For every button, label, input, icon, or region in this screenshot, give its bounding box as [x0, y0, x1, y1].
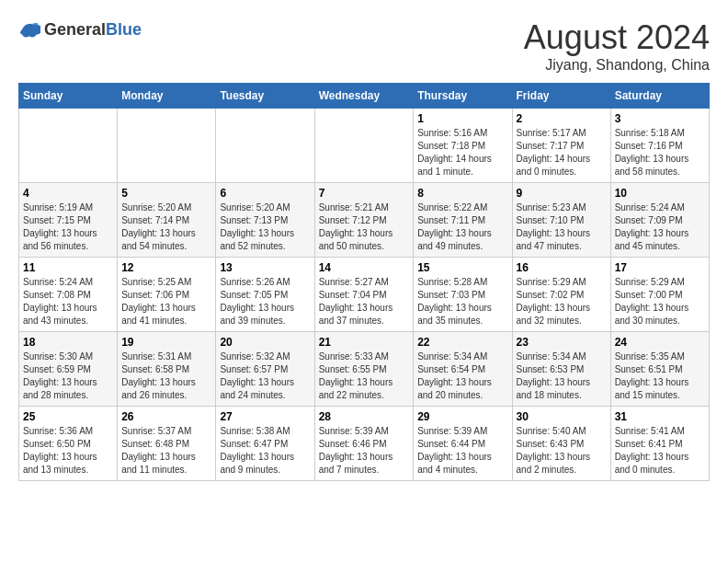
calendar-table: SundayMondayTuesdayWednesdayThursdayFrid… — [18, 83, 710, 481]
calendar-cell: 24Sunrise: 5:35 AMSunset: 6:51 PMDayligh… — [610, 332, 709, 407]
day-info: Sunrise: 5:28 AMSunset: 7:03 PMDaylight:… — [417, 276, 507, 327]
day-number: 7 — [319, 187, 410, 200]
calendar-cell: 28Sunrise: 5:39 AMSunset: 6:46 PMDayligh… — [314, 407, 414, 481]
calendar-cell: 15Sunrise: 5:28 AMSunset: 7:03 PMDayligh… — [414, 258, 512, 332]
calendar-cell: 1Sunrise: 5:16 AMSunset: 7:18 PMDaylight… — [414, 109, 512, 183]
day-number: 24 — [615, 336, 705, 349]
day-info: Sunrise: 5:24 AMSunset: 7:08 PMDaylight:… — [23, 276, 113, 327]
weekday-header-row: SundayMondayTuesdayWednesdayThursdayFrid… — [19, 84, 710, 109]
day-info: Sunrise: 5:29 AMSunset: 7:02 PMDaylight:… — [517, 276, 607, 327]
day-number: 21 — [319, 336, 410, 349]
calendar-cell: 26Sunrise: 5:37 AMSunset: 6:48 PMDayligh… — [118, 407, 216, 481]
day-info: Sunrise: 5:20 AMSunset: 7:13 PMDaylight:… — [220, 201, 310, 253]
calendar-cell — [19, 109, 118, 183]
week-row-1: 4Sunrise: 5:19 AMSunset: 7:15 PMDaylight… — [19, 183, 710, 258]
day-number: 20 — [220, 336, 310, 349]
day-number: 12 — [121, 261, 211, 274]
calendar-cell: 9Sunrise: 5:23 AMSunset: 7:10 PMDaylight… — [512, 183, 610, 258]
weekday-header-friday: Friday — [512, 84, 610, 109]
calendar-cell — [314, 109, 414, 183]
day-info: Sunrise: 5:34 AMSunset: 6:54 PMDaylight:… — [417, 350, 507, 402]
day-number: 4 — [23, 187, 113, 200]
day-info: Sunrise: 5:19 AMSunset: 7:15 PMDaylight:… — [23, 201, 113, 253]
day-info: Sunrise: 5:34 AMSunset: 6:53 PMDaylight:… — [517, 350, 607, 402]
day-number: 2 — [517, 112, 607, 125]
calendar-cell: 11Sunrise: 5:24 AMSunset: 7:08 PMDayligh… — [19, 258, 118, 332]
calendar-cell: 21Sunrise: 5:33 AMSunset: 6:55 PMDayligh… — [314, 332, 414, 407]
calendar-cell: 4Sunrise: 5:19 AMSunset: 7:15 PMDaylight… — [19, 183, 118, 258]
day-info: Sunrise: 5:25 AMSunset: 7:06 PMDaylight:… — [121, 276, 211, 327]
day-info: Sunrise: 5:29 AMSunset: 7:00 PMDaylight:… — [615, 276, 705, 327]
weekday-header-sunday: Sunday — [19, 84, 118, 109]
day-number: 23 — [517, 336, 607, 349]
weekday-header-wednesday: Wednesday — [314, 84, 414, 109]
week-row-3: 18Sunrise: 5:30 AMSunset: 6:59 PMDayligh… — [19, 332, 710, 407]
weekday-header-saturday: Saturday — [610, 84, 709, 109]
day-info: Sunrise: 5:26 AMSunset: 7:05 PMDaylight:… — [220, 276, 310, 327]
day-info: Sunrise: 5:23 AMSunset: 7:10 PMDaylight:… — [517, 201, 607, 253]
day-info: Sunrise: 5:36 AMSunset: 6:50 PMDaylight:… — [23, 425, 113, 477]
day-number: 16 — [517, 261, 607, 274]
day-info: Sunrise: 5:40 AMSunset: 6:43 PMDaylight:… — [517, 425, 607, 477]
weekday-header-tuesday: Tuesday — [216, 84, 314, 109]
logo: GeneralBlue — [18, 18, 142, 40]
calendar-cell: 8Sunrise: 5:22 AMSunset: 7:11 PMDaylight… — [414, 183, 512, 258]
calendar-cell: 6Sunrise: 5:20 AMSunset: 7:13 PMDaylight… — [216, 183, 314, 258]
day-info: Sunrise: 5:39 AMSunset: 6:46 PMDaylight:… — [319, 425, 410, 477]
calendar-cell: 22Sunrise: 5:34 AMSunset: 6:54 PMDayligh… — [414, 332, 512, 407]
calendar-cell: 19Sunrise: 5:31 AMSunset: 6:58 PMDayligh… — [118, 332, 216, 407]
calendar-cell: 16Sunrise: 5:29 AMSunset: 7:02 PMDayligh… — [512, 258, 610, 332]
day-number: 13 — [220, 261, 310, 274]
calendar-cell: 20Sunrise: 5:32 AMSunset: 6:57 PMDayligh… — [216, 332, 314, 407]
calendar-cell: 23Sunrise: 5:34 AMSunset: 6:53 PMDayligh… — [512, 332, 610, 407]
day-number: 1 — [417, 112, 507, 125]
day-number: 5 — [121, 187, 211, 200]
week-row-2: 11Sunrise: 5:24 AMSunset: 7:08 PMDayligh… — [19, 258, 710, 332]
calendar-cell: 13Sunrise: 5:26 AMSunset: 7:05 PMDayligh… — [216, 258, 314, 332]
weekday-header-monday: Monday — [118, 84, 216, 109]
day-number: 29 — [417, 410, 507, 423]
day-info: Sunrise: 5:30 AMSunset: 6:59 PMDaylight:… — [23, 350, 113, 402]
day-number: 28 — [319, 410, 410, 423]
day-number: 17 — [615, 261, 705, 274]
day-info: Sunrise: 5:41 AMSunset: 6:41 PMDaylight:… — [615, 425, 705, 477]
day-number: 30 — [517, 410, 607, 423]
day-info: Sunrise: 5:35 AMSunset: 6:51 PMDaylight:… — [615, 350, 705, 402]
calendar-cell: 27Sunrise: 5:38 AMSunset: 6:47 PMDayligh… — [216, 407, 314, 481]
title-area: August 2024 Jiyang, Shandong, China — [524, 18, 710, 74]
day-number: 25 — [23, 410, 113, 423]
day-info: Sunrise: 5:39 AMSunset: 6:44 PMDaylight:… — [417, 425, 507, 477]
page-header: GeneralBlue August 2024 Jiyang, Shandong… — [18, 18, 710, 74]
calendar-cell — [216, 109, 314, 183]
calendar-cell: 25Sunrise: 5:36 AMSunset: 6:50 PMDayligh… — [19, 407, 118, 481]
day-info: Sunrise: 5:27 AMSunset: 7:04 PMDaylight:… — [319, 276, 410, 327]
day-info: Sunrise: 5:31 AMSunset: 6:58 PMDaylight:… — [121, 350, 211, 402]
day-info: Sunrise: 5:24 AMSunset: 7:09 PMDaylight:… — [615, 201, 705, 253]
day-number: 8 — [417, 187, 507, 200]
calendar-cell: 5Sunrise: 5:20 AMSunset: 7:14 PMDaylight… — [118, 183, 216, 258]
day-number: 18 — [23, 336, 113, 349]
calendar-cell: 12Sunrise: 5:25 AMSunset: 7:06 PMDayligh… — [118, 258, 216, 332]
day-info: Sunrise: 5:37 AMSunset: 6:48 PMDaylight:… — [121, 425, 211, 477]
day-number: 9 — [517, 187, 607, 200]
calendar-cell: 17Sunrise: 5:29 AMSunset: 7:00 PMDayligh… — [610, 258, 709, 332]
day-number: 6 — [220, 187, 310, 200]
month-title: August 2024 — [524, 18, 710, 57]
calendar-cell — [118, 109, 216, 183]
day-number: 26 — [121, 410, 211, 423]
calendar-cell: 2Sunrise: 5:17 AMSunset: 7:17 PMDaylight… — [512, 109, 610, 183]
calendar-cell: 30Sunrise: 5:40 AMSunset: 6:43 PMDayligh… — [512, 407, 610, 481]
day-number: 14 — [319, 261, 410, 274]
week-row-0: 1Sunrise: 5:16 AMSunset: 7:18 PMDaylight… — [19, 109, 710, 183]
location: Jiyang, Shandong, China — [524, 57, 710, 74]
calendar-cell: 7Sunrise: 5:21 AMSunset: 7:12 PMDaylight… — [314, 183, 414, 258]
calendar-cell: 18Sunrise: 5:30 AMSunset: 6:59 PMDayligh… — [19, 332, 118, 407]
day-number: 22 — [417, 336, 507, 349]
day-number: 11 — [23, 261, 113, 274]
day-info: Sunrise: 5:20 AMSunset: 7:14 PMDaylight:… — [121, 201, 211, 253]
day-info: Sunrise: 5:21 AMSunset: 7:12 PMDaylight:… — [319, 201, 410, 253]
calendar-cell: 10Sunrise: 5:24 AMSunset: 7:09 PMDayligh… — [610, 183, 709, 258]
week-row-4: 25Sunrise: 5:36 AMSunset: 6:50 PMDayligh… — [19, 407, 710, 481]
day-info: Sunrise: 5:38 AMSunset: 6:47 PMDaylight:… — [220, 425, 310, 477]
day-info: Sunrise: 5:32 AMSunset: 6:57 PMDaylight:… — [220, 350, 310, 402]
